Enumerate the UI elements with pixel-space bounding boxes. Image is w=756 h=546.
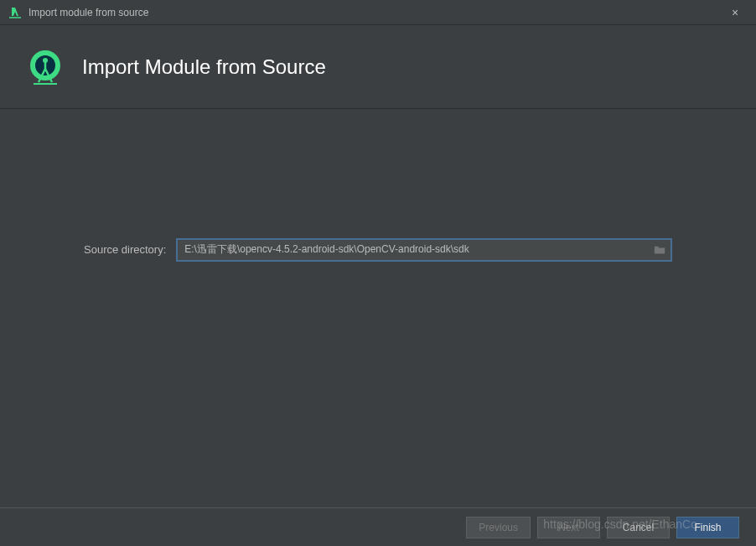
window-title: Import module from source bbox=[28, 7, 722, 18]
source-directory-label: Source directory: bbox=[84, 243, 166, 256]
source-directory-input-wrapper bbox=[176, 238, 672, 262]
finish-button[interactable]: Finish bbox=[676, 517, 739, 538]
dialog-header: Import Module from Source bbox=[0, 25, 756, 109]
titlebar: Import module from source × bbox=[0, 0, 756, 25]
dialog-content: Source directory: bbox=[0, 109, 756, 507]
folder-browse-icon[interactable] bbox=[649, 240, 671, 260]
next-button[interactable]: Next bbox=[537, 517, 600, 538]
cancel-button[interactable]: Cancel bbox=[607, 517, 670, 538]
android-studio-logo-icon bbox=[25, 47, 65, 87]
page-title: Import Module from Source bbox=[82, 55, 326, 79]
android-studio-icon bbox=[8, 6, 22, 19]
previous-button[interactable]: Previous bbox=[466, 517, 531, 538]
source-directory-input[interactable] bbox=[178, 240, 649, 260]
source-directory-row: Source directory: bbox=[84, 238, 672, 262]
dialog-footer: Previous Next Cancel Finish bbox=[0, 507, 756, 546]
close-icon[interactable]: × bbox=[722, 6, 748, 19]
